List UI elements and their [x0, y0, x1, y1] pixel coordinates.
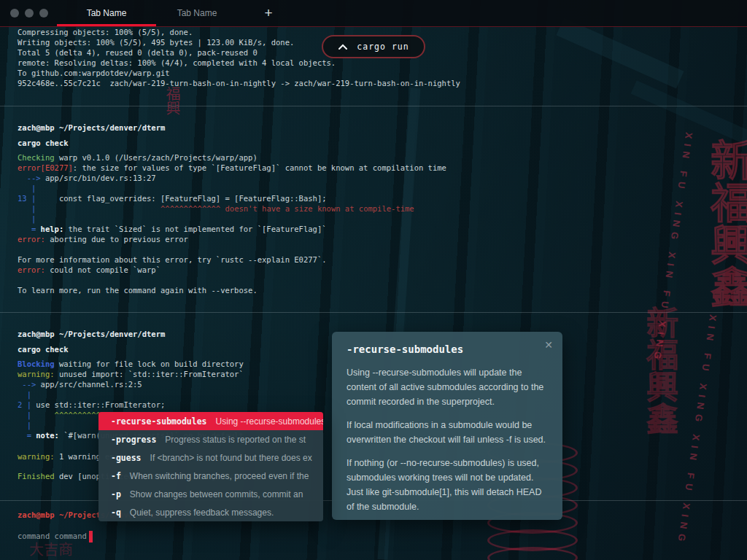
doc-paragraph: If local modifications in a submodule wo…	[347, 418, 548, 447]
shell-command[interactable]: cargo check	[18, 344, 244, 354]
autocomplete-item[interactable]: -pShow changes between commits, commit a…	[98, 485, 323, 503]
neon-glyphs: 新福興鑫	[636, 306, 683, 435]
window-control-dot[interactable]	[10, 9, 19, 18]
flag-label: -p	[111, 489, 121, 499]
flag-description: Using --recurse-submodules will update t…	[216, 416, 323, 427]
terminal-line: --> app/src/channel.rs:2:5	[18, 379, 244, 389]
terminal-line: --> app/src/bin/dev.rs:13:27	[18, 173, 446, 183]
terminal-line: 952c468e..55c7c21c zach/war-219-turn-bas…	[18, 78, 460, 88]
window-control-dot[interactable]	[39, 9, 48, 18]
pill-label: cargo run	[357, 42, 409, 52]
terminal-block-cargo-check-1: zach@mbp ~/Projects/denver/dterm cargo c…	[18, 122, 446, 295]
doc-paragraph: If nothing (or --no-recurse-submodules) …	[347, 456, 548, 514]
terminal-line: |	[18, 389, 244, 400]
terminal-line: error[E0277]: the size for values of typ…	[18, 163, 446, 173]
doc-paragraph: Using --recurse-submodules will update t…	[347, 365, 548, 409]
command-input[interactable]: command command	[18, 531, 165, 541]
terminal-line	[18, 244, 446, 254]
block-divider	[0, 106, 747, 106]
autocomplete-item[interactable]: -qQuiet, suppress feedback messages.	[98, 503, 323, 521]
shell-prompt: zach@mbp ~/Projects/denver/dterm	[18, 122, 446, 133]
terminal-line: | ^^^^^^^^^^^^^ doesn't have a size know…	[18, 203, 446, 214]
cargo-run-pill-button[interactable]: cargo run	[322, 35, 425, 58]
block-divider	[0, 312, 747, 313]
autocomplete-item[interactable]: -recurse-submodulesUsing --recurse-submo…	[98, 412, 323, 430]
terminal-line	[18, 275, 446, 285]
flag-description: Quiet, suppress feedback messages.	[130, 508, 274, 518]
flag-label: -progress	[111, 435, 156, 445]
terminal-line: |	[18, 214, 446, 224]
active-tab-underline	[57, 24, 156, 26]
flag-label: -f	[111, 471, 121, 481]
terminal-line: To github.com:warpdotdev/warp.git	[18, 68, 460, 78]
tab-label: Tab Name	[177, 8, 217, 18]
autocomplete-dropdown: -recurse-submodulesUsing --recurse-submo…	[98, 412, 323, 521]
close-icon[interactable]: ✕	[544, 339, 553, 351]
chevron-up-icon	[338, 44, 348, 50]
terminal-line: For more information about this error, t…	[18, 254, 446, 265]
tab-active[interactable]: Tab Name	[57, 0, 156, 26]
terminal-line: 2 | use std::iter::FromIterator;	[18, 400, 244, 410]
doc-panel-body: Using --recurse-submodules will update t…	[347, 365, 548, 514]
window-controls[interactable]	[10, 9, 48, 18]
flag-label: -guess	[111, 453, 142, 463]
autocomplete-item[interactable]: -progressProgress status is reported on …	[98, 430, 323, 448]
doc-panel: ✕ -recurse-submodules Using --recurse-su…	[332, 332, 562, 520]
flag-label: -q	[111, 508, 121, 518]
flag-description: If <branch> is not found but there does …	[150, 453, 312, 463]
neon-glyphs-small: 福興	[162, 86, 183, 115]
tab-bar: Tab Name Tab Name +	[0, 0, 747, 27]
terminal-line: Checking warp v0.1.0 (/Users/zach/Projec…	[18, 152, 446, 163]
terminal-line: Blocking waiting for file lock on build …	[18, 359, 244, 369]
neon-glyphs: 新福興鑫	[705, 139, 747, 308]
autocomplete-item[interactable]: -fWhen switching branches, proceed even …	[98, 467, 323, 485]
tab-inactive[interactable]: Tab Name	[158, 0, 236, 26]
terminal-line: |	[18, 183, 446, 193]
shell-command[interactable]: cargo check	[18, 138, 446, 148]
flag-label: -recurse-submodules	[111, 416, 207, 427]
terminal-line: 13 | const flag_overrides: [FeatureFlag]…	[18, 193, 446, 203]
terminal-line: error: could not compile `warp`	[18, 265, 446, 275]
flag-description: Show changes between commits, commit an	[130, 489, 303, 499]
autocomplete-item[interactable]: -guessIf <branch> is not found but there…	[98, 448, 323, 467]
shell-prompt: zach@mbp ~/Projects/denver/dterm	[18, 329, 244, 339]
terminal-line: warning: unused import: `std::iter::From…	[18, 369, 244, 379]
backdrop-beam	[556, 18, 684, 89]
terminal-line: remote: Resolving deltas: 100% (4/4), co…	[18, 58, 460, 68]
terminal-line: = help: the trait `Sized` is not impleme…	[18, 224, 446, 234]
flag-description: Progress status is reported on the st	[165, 435, 306, 445]
new-tab-button[interactable]: +	[257, 0, 280, 26]
neon-glyphs-small: 大吉商	[29, 538, 73, 559]
flag-description: When switching branches, proceed even if…	[130, 471, 309, 481]
tab-label: Tab Name	[87, 8, 127, 18]
terminal-line: To learn more, run the command again wit…	[18, 285, 446, 295]
doc-panel-title: -recurse-submodules	[347, 343, 548, 355]
window-control-dot[interactable]	[25, 9, 34, 18]
text-cursor	[89, 531, 93, 542]
terminal-line: error: aborting due to previous error	[18, 234, 446, 244]
